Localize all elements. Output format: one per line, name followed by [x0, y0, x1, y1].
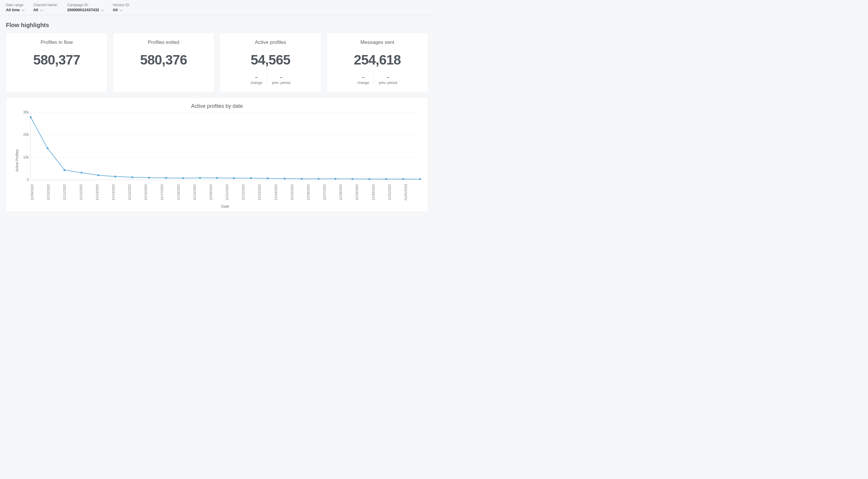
chart-xtick: 12/31/2022	[388, 182, 404, 202]
chart-xtick: 12/22/2022	[242, 182, 258, 202]
chart-title: Active profiles by date	[14, 103, 420, 109]
svg-point-0	[30, 116, 31, 118]
filter-value[interactable]: All	[33, 8, 58, 12]
svg-point-9	[182, 177, 184, 179]
chart-xlabel: Date	[30, 204, 420, 209]
card-value: 254,618	[354, 52, 401, 68]
filter-label: Campaign ID:	[67, 3, 103, 7]
filter-value-text: All	[33, 8, 38, 12]
chart-xtick: 12/21/2022	[225, 182, 242, 202]
filter-label: Date range	[6, 3, 24, 7]
section-title: Flow highlights	[0, 15, 434, 33]
chart-xtick: 12/23/2022	[258, 182, 274, 202]
card-profiles-in-flow: Profiles in flow 580,377	[6, 33, 107, 92]
chart-series	[31, 112, 420, 180]
card-messages-sent: Messages sent 254,618 – change – prev. p…	[327, 33, 428, 92]
chart-plot-area: 010k20k30k	[30, 112, 420, 180]
meta-label: prev. period	[272, 81, 290, 85]
meta-label: change	[358, 81, 369, 85]
chart-xtick: 12/24/2022	[274, 182, 290, 202]
chart-ylabel: Active Profiles	[15, 149, 19, 172]
filter-channel-name[interactable]: Channel Name: All	[33, 3, 58, 12]
card-title: Active profiles	[255, 39, 286, 46]
chart-active-profiles-by-date: Active profiles by date Active Profiles …	[6, 97, 428, 212]
chart-xtick: 12/18/2022	[177, 182, 193, 202]
svg-point-10	[199, 177, 201, 179]
filter-value[interactable]: All	[113, 8, 130, 12]
filter-label: Version ID:	[113, 3, 130, 7]
chart-xtick: 12/26/2022	[307, 182, 323, 202]
chart-xtick: 01/01/2023	[404, 182, 420, 202]
svg-point-8	[165, 177, 167, 179]
chevron-down-icon	[22, 8, 25, 11]
filter-value-text: All time	[6, 8, 20, 12]
chart-xtick: 12/11/2022	[63, 182, 79, 202]
card-value: 580,377	[33, 52, 80, 68]
chart-xtick-row: 12/09/202212/10/202212/11/202212/12/2022…	[30, 180, 420, 202]
svg-point-4	[97, 174, 99, 176]
meta-label: change	[251, 81, 262, 85]
svg-point-17	[318, 178, 319, 180]
svg-point-22	[402, 178, 404, 180]
chart-xtick: 12/10/2022	[46, 182, 63, 202]
card-title: Messages sent	[361, 39, 394, 46]
chevron-down-icon	[101, 8, 104, 11]
meta-change: – change	[353, 75, 374, 85]
chart-ytick: 10k	[19, 155, 29, 159]
chart-ytick: 20k	[19, 132, 29, 137]
chevron-down-icon	[119, 8, 123, 11]
filter-version-id[interactable]: Version ID: All	[113, 3, 130, 12]
filter-value-text: All	[113, 8, 118, 12]
meta-label: prev. period	[379, 81, 397, 85]
svg-point-6	[131, 176, 133, 178]
filter-value-text: 200000012437432	[67, 8, 99, 12]
meta-prev-period: – prev. period	[374, 75, 402, 85]
meta-value: –	[386, 75, 389, 80]
meta-change: – change	[246, 75, 267, 85]
meta-value: –	[280, 75, 282, 80]
card-value: 54,565	[251, 52, 290, 68]
card-meta: – change – prev. period	[353, 75, 402, 85]
svg-point-5	[114, 176, 116, 177]
svg-point-18	[335, 178, 336, 180]
svg-point-3	[81, 172, 82, 174]
svg-point-23	[419, 178, 421, 180]
filter-value[interactable]: 200000012437432	[67, 8, 103, 12]
filter-date-range[interactable]: Date range All time	[6, 3, 24, 12]
svg-point-13	[250, 177, 252, 179]
svg-point-12	[233, 177, 235, 179]
filter-campaign-id[interactable]: Campaign ID: 200000012437432	[67, 3, 103, 12]
svg-point-11	[216, 177, 218, 179]
card-profiles-exited: Profiles exited 580,376	[113, 33, 214, 92]
svg-point-2	[64, 169, 65, 171]
svg-point-14	[267, 177, 269, 179]
chart-xtick: 12/15/2022	[128, 182, 144, 202]
filter-value[interactable]: All time	[6, 8, 24, 12]
chevron-down-icon	[40, 8, 43, 11]
svg-point-19	[351, 178, 353, 180]
chart-xtick: 12/13/2022	[95, 182, 112, 202]
svg-point-16	[301, 178, 302, 180]
filter-bar: Date range All time Channel Name: All Ca…	[0, 0, 434, 15]
chart-xtick: 12/17/2022	[160, 182, 176, 202]
meta-value: –	[362, 75, 365, 80]
card-active-profiles: Active profiles 54,565 – change – prev. …	[220, 33, 321, 92]
kpi-cards: Profiles in flow 580,377 Profiles exited…	[0, 33, 434, 97]
chart-xtick: 12/14/2022	[112, 182, 128, 202]
svg-point-7	[148, 177, 150, 179]
chart-xtick: 12/25/2022	[290, 182, 307, 202]
chart-xtick: 12/09/2022	[30, 182, 46, 202]
meta-prev-period: – prev. period	[267, 75, 295, 85]
svg-point-21	[385, 178, 387, 180]
chart-xtick: 12/30/2022	[372, 182, 388, 202]
meta-value: –	[255, 75, 258, 80]
chart-ytick: 30k	[19, 110, 29, 114]
chart-xtick: 12/12/2022	[79, 182, 95, 202]
filter-label: Channel Name:	[33, 3, 58, 7]
chart-xtick: 12/16/2022	[144, 182, 160, 202]
chart-ylabel-wrap: Active Profiles	[14, 112, 20, 209]
svg-point-15	[284, 178, 286, 179]
card-value: 580,376	[140, 52, 187, 68]
chart-xtick: 12/27/2022	[323, 182, 339, 202]
chart-xtick: 12/29/2022	[355, 182, 371, 202]
